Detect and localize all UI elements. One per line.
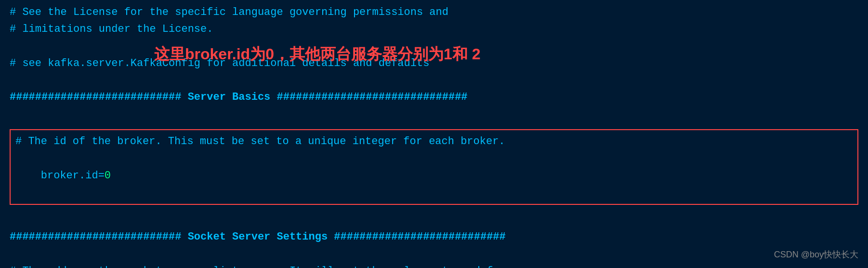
line7-blank	[10, 106, 858, 122]
broker-comment-line: # The id of the broker. This must be set…	[15, 133, 853, 150]
code-container-after: ########################### Socket Serve…	[0, 208, 868, 268]
lineA-blank	[10, 212, 858, 228]
lineB-section: ########################### Socket Serve…	[10, 228, 858, 245]
watermark: CSDN @boy快快长大	[774, 248, 858, 261]
lineD: # The address the socket server listens …	[10, 263, 858, 268]
line6-section: ########################### Server Basic…	[10, 89, 858, 106]
lineC-blank	[10, 245, 858, 262]
annotation-text: 这里broker.id为0，其他两台服务器分别为1和 2	[154, 42, 480, 66]
line2: # limitations under the License.	[10, 21, 858, 38]
highlighted-broker-block: # The id of the broker. This must be set…	[10, 129, 858, 205]
broker-id-label: broker.id=	[41, 170, 105, 182]
broker-id-value: 0	[105, 170, 111, 182]
line1: # See the License for the specific langu…	[10, 4, 858, 21]
line5-blank	[10, 72, 858, 89]
broker-id-line: broker.id=0	[15, 150, 853, 201]
